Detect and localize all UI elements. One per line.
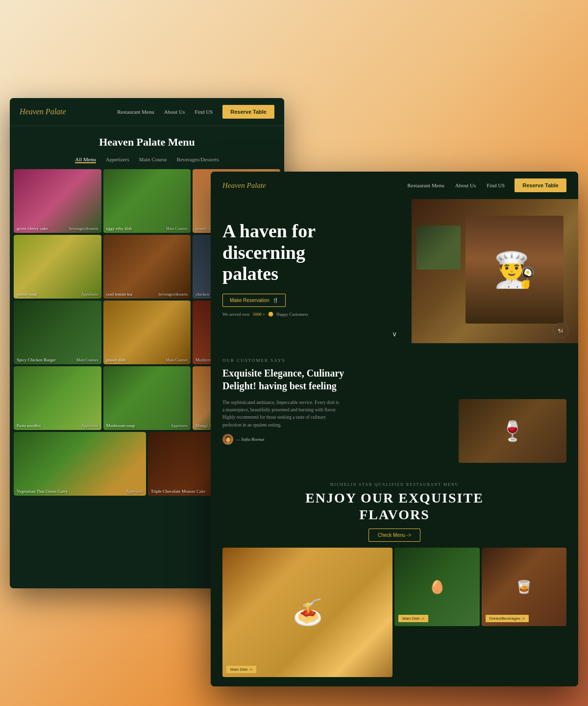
food-showcase: 🍝 Main Dish -> 🥚 Main Dish -> 🥃 Drinks/B…	[222, 548, 566, 677]
food-name: Spicy Chicken Burger	[17, 357, 56, 362]
check-menu-button[interactable]: Check Menu ->	[368, 529, 420, 542]
food-category: Appetizers	[81, 292, 98, 297]
food-category: Main Courses	[76, 358, 98, 362]
testimonial-body: The sophisticated ambiance, Impeccable s…	[222, 399, 340, 429]
main-dish-btn[interactable]: Main Dish ->	[226, 666, 256, 673]
landing-nav-links: Restaurant Menu About Us Find US	[407, 182, 505, 188]
hero-headline-line2: discerning	[222, 242, 305, 263]
main-dish-large: 🍝 Main Dish ->	[222, 548, 392, 677]
food-name: cool lemon tea	[106, 292, 132, 297]
tab-appetizers[interactable]: Appetizers	[106, 156, 129, 163]
michelin-label: MICHELIN STAR QUALIFIED RESTAURANT MENU	[222, 482, 566, 487]
menu-nav-restaurant[interactable]: Restaurant Menu	[117, 109, 154, 115]
testimonial-title: Exquisite Elegance, Culinary Delight! ha…	[222, 367, 360, 392]
landing-nav-find[interactable]: Find US	[487, 182, 505, 188]
menu-nav-about[interactable]: About Us	[164, 109, 185, 115]
testimonial-photo: 🍷	[459, 399, 566, 463]
landing-window: Heaven Palate Restaurant Menu About Us F…	[211, 172, 578, 686]
menu-reserve-button[interactable]: Reserve Table	[222, 105, 274, 119]
author-name: — Sofia Roenus	[236, 437, 265, 442]
menu-nav-links: Restaurant Menu About Us Find US	[117, 109, 213, 115]
food-name: Pasta noodles	[17, 423, 41, 428]
landing-nav: Heaven Palate Restaurant Menu About Us F…	[211, 172, 578, 199]
drinks-btn[interactable]: Drinks/Beverages ->	[486, 615, 529, 622]
reservation-icon: 🍴	[272, 298, 278, 303]
side-dish-1: 🥚 Main Dish ->	[394, 548, 480, 626]
food-category: Appetizers	[126, 489, 143, 494]
side-dish-1-btn[interactable]: Main Dish ->	[398, 615, 428, 622]
menu-tabs: All Menu Appetizers Main Course Beverage…	[10, 153, 284, 169]
food-name: yamin soup	[17, 292, 37, 297]
landing-nav-restaurant[interactable]: Restaurant Menu	[407, 182, 444, 188]
served-label: We served over	[222, 312, 250, 317]
menu-logo: Heaven Palate	[20, 107, 66, 116]
happy-customers-text: Happy Customers	[276, 312, 308, 317]
food-name: Mushroom soup	[106, 423, 135, 428]
menu-item[interactable]: Spicy Chicken Burger Main Courses	[14, 301, 101, 364]
menu-item[interactable]: Vegetarian Thai Green Curry Appetizers	[14, 432, 146, 496]
food-category: beverages/desserts	[159, 292, 188, 297]
food-name: green cherry cake	[17, 226, 48, 231]
food-category: Main Courses	[166, 358, 188, 362]
hero-section: 👨‍🍳 A haven for discerning palates Make …	[211, 196, 578, 343]
landing-reserve-button[interactable]: Reserve Table	[514, 178, 566, 192]
landing-nav-about[interactable]: About Us	[455, 182, 476, 188]
menu-page-title: Heaven Palate Menu	[10, 126, 284, 153]
testimonial-layout: The sophisticated ambiance, Impeccable s…	[222, 399, 566, 463]
menu-promo-section: MICHELIN STAR QUALIFIED RESTAURANT MENU …	[211, 473, 578, 686]
hero-headline: A haven for discerning palates	[222, 221, 379, 285]
landing-logo: Heaven Palate	[222, 181, 266, 190]
food-name: prawn dish	[106, 357, 126, 362]
hero-interior-photo	[416, 226, 461, 270]
testimonial-section: OUR CUSTOMER SAYS Exquisite Elegance, Cu…	[211, 343, 578, 473]
side-dish-2: 🥃 Drinks/Beverages ->	[482, 548, 567, 626]
scroll-down-icon[interactable]: ∨	[392, 330, 397, 338]
testimonial-author: 👩 — Sofia Roenus	[222, 434, 451, 445]
testimonial-text-block: The sophisticated ambiance, Impeccable s…	[222, 399, 451, 463]
hero-chef-photo: 👨‍🍳	[466, 216, 564, 324]
food-name: Vegetarian Thai Green Curry	[17, 489, 68, 494]
food-category: Main Courses	[166, 227, 188, 231]
promo-title-line2: FLAVORS	[359, 507, 430, 522]
tab-all-menu[interactable]: All Menu	[75, 156, 96, 163]
menu-item[interactable]: yamin soup Appetizers	[14, 235, 101, 299]
promo-title-line1: ENJOY OUR EXQUISITE	[305, 490, 484, 505]
menu-nav-find[interactable]: Find US	[195, 109, 213, 115]
food-category: Appetizers	[81, 424, 98, 428]
reservation-btn-label: Make Reservation	[230, 298, 270, 303]
menu-nav: Heaven Palate Restaurant Menu About Us F…	[10, 98, 284, 126]
page-number-badge[interactable]: ¶4	[553, 323, 568, 338]
food-category: Appetizers	[171, 424, 188, 428]
food-category: beverages/desserts	[69, 227, 98, 231]
tab-beverages[interactable]: Beverages/Desserts	[177, 156, 219, 163]
food-name: eggy ethy dish	[106, 226, 132, 231]
make-reservation-button[interactable]: Make Reservation 🍴	[222, 294, 286, 307]
menu-item[interactable]: prawn dish Main Courses	[103, 301, 191, 364]
menu-item[interactable]: green cherry cake beverages/desserts	[14, 169, 101, 233]
testimonial-label: OUR CUSTOMER SAYS	[222, 358, 566, 363]
hero-content: A haven for discerning palates Make Rese…	[222, 221, 379, 317]
menu-item[interactable]: eggy ethy dish Main Courses	[103, 169, 191, 233]
food-name: Triple Chocolate Mousse Cake	[151, 489, 205, 494]
served-stats: We served over 5000 + 😊 Happy Customers	[222, 312, 379, 317]
author-avatar: 👩	[222, 434, 233, 445]
smiley-icon: 😊	[268, 312, 273, 317]
hero-headline-line1: A haven for	[222, 221, 316, 241]
testimonial-photo-icon: 🍷	[500, 420, 525, 443]
served-count: 5000 +	[253, 312, 265, 317]
menu-item[interactable]: cool lemon tea beverages/desserts	[103, 235, 191, 299]
hero-headline-line3: palates	[222, 263, 278, 284]
tab-main-course[interactable]: Main Course	[139, 156, 167, 163]
menu-item[interactable]: Pasta noodles Appetizers	[14, 366, 101, 430]
menu-item[interactable]: Mushroom soup Appetizers	[103, 366, 191, 430]
promo-title: ENJOY OUR EXQUISITE FLAVORS	[222, 490, 566, 523]
